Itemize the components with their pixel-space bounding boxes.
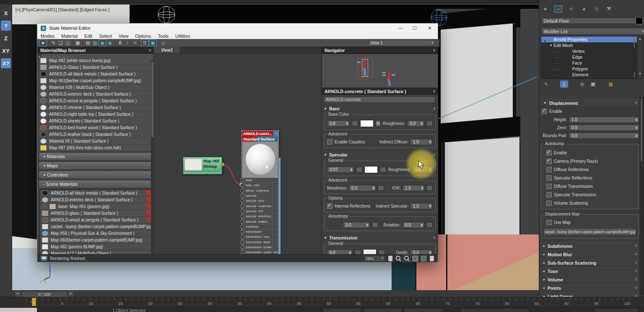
transmission-color-map-slot[interactable] <box>379 250 385 254</box>
collapsed-rollout-header[interactable]: ▸ Toon ⠿ <box>541 267 639 275</box>
slot-socket-icon[interactable] <box>240 220 244 224</box>
node-slot[interactable]: metalness <box>242 224 278 229</box>
track-bar[interactable]: ⁞ ∿ 051015202530354045505560657075808590… <box>0 297 644 308</box>
node-slot[interactable]: transmission_depth <box>242 240 278 245</box>
base-color-map-button[interactable]: M <box>376 120 381 127</box>
browser-material-row[interactable]: Map #61(berber-carpet-pattern-sampleBUMP… <box>39 78 151 84</box>
browser-material-row[interactable]: ARNOLD-all black metals ( Standard Surfa… <box>39 71 151 77</box>
close-button[interactable]: ✕ <box>422 26 438 31</box>
view-selector-dropdown[interactable]: View 1 ▾ <box>368 40 435 46</box>
rotation-map-slot[interactable] <box>426 222 433 228</box>
autobump-checkbox[interactable] <box>546 200 552 206</box>
browser-material-row[interactable]: ARNOLD-bed frame wood ( Standard Surface… <box>39 125 151 131</box>
displacement-map-button[interactable]: carpet - bump (berber-carpet-pattern-sam… <box>544 228 636 235</box>
timeline-tick-label[interactable]: 30 <box>208 301 212 306</box>
axis-button[interactable]: Z <box>1 33 11 43</box>
node-slot[interactable]: transmission_color <box>242 234 278 239</box>
slot-socket-icon[interactable] <box>240 178 244 182</box>
preview-toggle-icon[interactable]: ▣ <box>149 39 157 47</box>
scene-material-row[interactable]: base: Map #61 (pavers.jpg) <box>40 203 151 210</box>
browser-group-bar[interactable]: + Maps <box>39 161 152 170</box>
modifier-stack-row[interactable]: ▼ Edit Mesh <box>541 42 637 48</box>
axis-button[interactable]: XY <box>1 46 11 56</box>
menu-item[interactable]: Edit <box>81 34 96 39</box>
autobump-checkbox[interactable] <box>546 150 552 156</box>
timeline-tick-label[interactable]: 100 <box>624 301 631 306</box>
slot-socket-icon[interactable] <box>240 214 244 218</box>
modifier-stack-row[interactable]: Arnold Properties <box>541 36 637 42</box>
scene-material-row[interactable]: Map #62 (pavers BUMP.jpg) <box>40 244 151 250</box>
bitmap-node[interactable]: Map #65 Bitmap <box>183 157 222 174</box>
scene-material-row[interactable]: ARNOLD-wood at pergola ( Standard Surfac… <box>40 217 151 223</box>
value-spinner[interactable]: 1.0 <box>569 117 639 123</box>
rotation-spinner[interactable]: 0.0 <box>402 222 424 228</box>
node-slot[interactable]: transmission <box>242 229 278 234</box>
base-color-swatch[interactable] <box>360 120 374 127</box>
base-roughness-spinner[interactable]: 0.0 <box>407 120 424 127</box>
autobump-checkbox[interactable] <box>546 184 552 189</box>
expand-arrow-icon[interactable]: ▼ <box>549 44 553 47</box>
menu-item[interactable]: Select <box>96 34 115 39</box>
metalness-map-slot[interactable] <box>378 185 384 191</box>
time-slider[interactable] <box>32 298 36 306</box>
node-slot[interactable]: specular_color <box>242 198 278 203</box>
editor-titlebar[interactable]: 3 Slate Material Editor — ☐ ✕ <box>37 23 438 33</box>
ior-map-slot[interactable] <box>426 185 433 191</box>
node-slot[interactable]: specular <box>242 193 278 198</box>
layout-all-icon[interactable]: ▥ <box>91 40 99 46</box>
close-panel-icon[interactable]: x <box>149 48 151 52</box>
timeline-tick-label[interactable]: 5 <box>61 301 63 306</box>
collapsed-rollout-header[interactable]: ▸ Points ⠿ <box>541 284 639 292</box>
scene-material-row[interactable]: carpet - bump (berber-carpet-pattern-sam… <box>40 224 151 230</box>
next-frame-button[interactable]: > <box>68 291 73 296</box>
timeline-tick-label[interactable]: 10 <box>88 301 93 306</box>
node-slot[interactable]: diffuse_roughness <box>242 188 278 193</box>
slot-socket-icon[interactable] <box>240 230 244 234</box>
specular-weight-map-slot[interactable] <box>356 167 362 172</box>
browser-material-row[interactable]: ARNOLD-wood at pergola ( Standard Surfac… <box>39 98 151 104</box>
transport-controls[interactable] <box>461 309 528 312</box>
value-spinner[interactable]: 0.0 <box>569 125 639 131</box>
material-id-channel-icon[interactable]: ⁞ <box>124 40 131 46</box>
browser-group-bar[interactable]: + Materials <box>39 152 152 161</box>
internal-reflections-checkbox[interactable] <box>327 203 332 209</box>
zoom-percent-dropdown[interactable]: 78% ▾ <box>364 255 385 262</box>
browser-material-row[interactable]: Material #5 ( Standard Surface ) <box>39 138 151 144</box>
browser-scrollbar[interactable] <box>151 60 154 254</box>
scene-material-row[interactable]: Map #59 ( Physical Sun & Sky Environment… <box>40 230 151 237</box>
hide-unused-nodeslots-icon[interactable]: ⊣ <box>131 40 138 46</box>
timeline-tick-label[interactable]: 65 <box>415 301 420 306</box>
slot-socket-icon[interactable] <box>240 225 244 229</box>
put-to-library-icon[interactable]: ❏ <box>57 40 64 46</box>
timeline-tick-label[interactable]: 35 <box>237 301 242 306</box>
scene-material-row[interactable]: ARNOLD-glass ( Standard Surface ) <box>40 210 151 216</box>
axis-button[interactable]: Y <box>1 21 11 31</box>
display-tab-icon[interactable]: ⌻ <box>593 5 600 12</box>
parameter-panel-header[interactable]: ARNOLD-concrete ( Standard Surface ) x <box>322 88 438 95</box>
transmission-weight-map-slot[interactable] <box>355 250 361 254</box>
navigator-header[interactable]: Navigator x <box>322 47 438 54</box>
browser-material-row[interactable]: ARNOLD-chrome ( Standard Surface ) <box>39 104 151 111</box>
slot-socket-icon[interactable] <box>240 235 244 239</box>
metalness-spinner[interactable]: 0.0 <box>349 185 376 191</box>
menu-item[interactable]: Tools <box>154 34 172 39</box>
transmission-rollout-header[interactable]: ▼Transmission ⠿ <box>322 235 437 240</box>
node-slot[interactable]: base_color <box>242 183 278 188</box>
close-panel-icon[interactable]: x <box>433 89 435 94</box>
select-tool-icon[interactable]: ➤ <box>39 39 47 47</box>
coord-z-field[interactable] <box>405 309 443 312</box>
viewport-nav-controls[interactable] <box>595 309 637 312</box>
autobump-checkbox[interactable] <box>546 192 552 198</box>
displacement-enable-checkbox[interactable] <box>542 109 547 114</box>
specular-weight-spinner[interactable]: 0.07 <box>327 166 354 173</box>
timeline-tick-label[interactable]: 45 <box>297 301 301 306</box>
create-tab-icon[interactable]: + <box>542 5 549 12</box>
browser-material-row[interactable]: ARNOLD-Glass ( Standard Surface ) <box>39 64 151 70</box>
hierarchy-tab-icon[interactable]: ⌸ <box>568 5 575 12</box>
timeline-tick-label[interactable]: 70 <box>445 301 450 306</box>
browser-material-row[interactable]: ARNOLD-sheets ( Standard Surface ) <box>39 118 151 124</box>
collapsed-rollout-header[interactable]: ▸ Subdivision ⠿ <box>541 242 639 250</box>
autobump-checkbox[interactable] <box>546 167 552 172</box>
coord-x-field[interactable] <box>323 309 361 312</box>
timeline-tick-label[interactable]: 55 <box>356 301 361 306</box>
